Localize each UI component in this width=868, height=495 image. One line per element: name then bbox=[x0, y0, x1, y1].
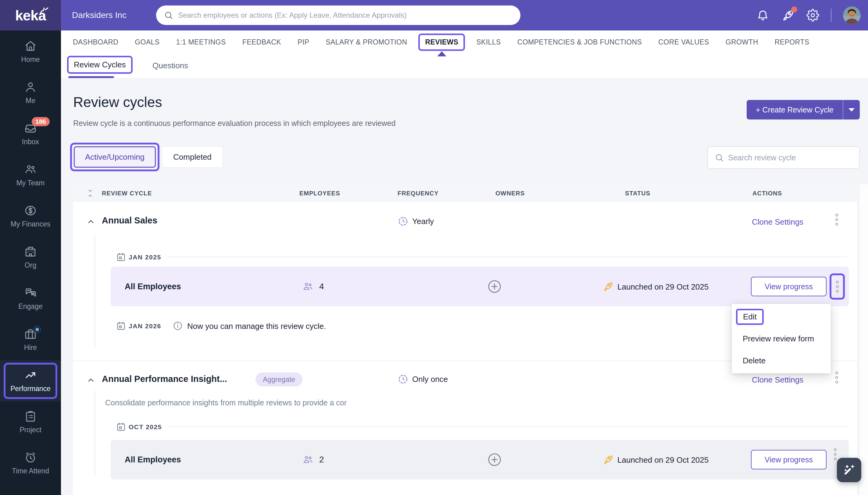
sidebar-item-home[interactable]: Home bbox=[0, 31, 61, 72]
add-owner-icon[interactable] bbox=[488, 453, 501, 467]
review-cycle-row[interactable]: All Employees 4 Launched on 29 Oct 2025 … bbox=[111, 267, 849, 306]
frequency-label: Only once bbox=[412, 375, 448, 384]
toggle-completed[interactable]: Completed bbox=[162, 146, 223, 168]
frequency-cell: Yearly bbox=[397, 216, 434, 227]
tab-dashboard[interactable]: DASHBOARD bbox=[65, 38, 126, 46]
sidebar-item-label: Inbox bbox=[22, 138, 39, 146]
toggle-active-upcoming[interactable]: Active/Upcoming bbox=[74, 146, 156, 168]
review-cycle-search-input[interactable] bbox=[728, 153, 852, 162]
calendar-icon bbox=[116, 422, 126, 432]
review-cycle-search[interactable] bbox=[707, 146, 860, 169]
view-progress-button[interactable]: View progress bbox=[751, 450, 827, 470]
add-owner-icon[interactable] bbox=[488, 279, 501, 293]
sidebar-item-performance[interactable]: Performance bbox=[0, 360, 61, 402]
period-date: OCT 2025 bbox=[129, 423, 162, 431]
main-content: Review cycles Review cycle is a continuo… bbox=[61, 78, 868, 495]
collapse-chevron-icon[interactable] bbox=[87, 217, 95, 226]
row-name: All Employees bbox=[125, 282, 181, 291]
clipboard-icon bbox=[24, 410, 37, 423]
clone-settings-link[interactable]: Clone Settings bbox=[752, 217, 803, 227]
row-kebab-menu-icon[interactable] bbox=[834, 448, 837, 460]
employee-count: 4 bbox=[319, 281, 324, 291]
magic-wand-icon bbox=[842, 463, 856, 477]
edit-annotation-box: Edit bbox=[736, 309, 764, 325]
search-icon bbox=[715, 153, 724, 162]
sidebar-item-time-attend[interactable]: Time Attend bbox=[0, 443, 61, 484]
global-search-input[interactable] bbox=[178, 11, 512, 19]
sidebar-item-my-finances[interactable]: My Finances bbox=[0, 196, 61, 237]
page-description: Review cycle is a continuous performance… bbox=[73, 119, 395, 128]
period-date: JAN 2025 bbox=[129, 254, 161, 261]
status-text: Launched on 29 Oct 2025 bbox=[617, 455, 709, 465]
view-progress-button[interactable]: View progress bbox=[751, 277, 827, 296]
settings-gear-icon[interactable] bbox=[806, 9, 819, 22]
review-cycles-table: REVIEW CYCLE EMPLOYEES FREQUENCY OWNERS … bbox=[73, 184, 857, 495]
active-upcoming-annotation-box: Active/Upcoming bbox=[70, 143, 159, 171]
team-icon bbox=[24, 163, 37, 176]
user-avatar[interactable] bbox=[843, 6, 861, 24]
tab-competencies-job-functions[interactable]: COMPETENCIES & JOB FUNCTIONS bbox=[509, 38, 650, 46]
row-kebab-menu-icon[interactable] bbox=[836, 281, 839, 293]
keka-logo[interactable]: keka bbox=[0, 0, 61, 31]
company-name: Darksiders Inc bbox=[72, 10, 126, 20]
reviews-sub-tab-bar: Review Cycles Questions bbox=[61, 54, 868, 78]
person-icon bbox=[24, 81, 37, 93]
subtab-review-cycles[interactable]: Review Cycles bbox=[67, 56, 133, 74]
group-name[interactable]: Annual Sales bbox=[102, 216, 157, 225]
employees-icon bbox=[302, 281, 314, 292]
page-title: Review cycles bbox=[73, 94, 162, 110]
sidebar-item-label: My Finances bbox=[11, 220, 50, 228]
tab-pip[interactable]: PIP bbox=[289, 38, 317, 46]
group-name[interactable]: Annual Performance Insight... bbox=[102, 374, 227, 384]
col-actions: ACTIONS bbox=[752, 184, 782, 202]
tab-feedback[interactable]: FEEDBACK bbox=[234, 38, 289, 46]
sidebar-item-label: My Team bbox=[16, 179, 45, 187]
tab-skills[interactable]: SKILLS bbox=[468, 38, 509, 46]
tab-core-values[interactable]: CORE VALUES bbox=[650, 38, 717, 46]
edit-label: Edit bbox=[743, 312, 757, 321]
period-divider bbox=[168, 426, 848, 427]
sidebar-item-project[interactable]: Project bbox=[0, 402, 61, 443]
collapse-chevron-icon[interactable] bbox=[87, 376, 95, 385]
reviews-annotation-box: REVIEWS bbox=[418, 34, 465, 51]
employees-icon bbox=[302, 454, 314, 465]
sidebar-item-me[interactable]: Me bbox=[0, 72, 61, 114]
sidebar-item-hire[interactable]: Hire bbox=[0, 319, 61, 360]
magic-wand-button[interactable] bbox=[837, 458, 861, 482]
sidebar-item-org[interactable]: Org bbox=[0, 237, 61, 278]
tab-growth[interactable]: GROWTH bbox=[717, 38, 766, 46]
active-tab-caret-icon bbox=[437, 51, 446, 56]
global-search[interactable] bbox=[156, 5, 521, 25]
notifications-bell-icon[interactable] bbox=[756, 9, 769, 22]
info-icon bbox=[173, 321, 183, 331]
tab-reports[interactable]: REPORTS bbox=[766, 38, 818, 46]
sidebar-item-inbox[interactable]: 186 Inbox bbox=[0, 114, 61, 155]
tab-reviews[interactable]: REVIEWS bbox=[415, 31, 468, 54]
sidebar: keka Home Me 186 Inbox My Team My Financ… bbox=[0, 0, 61, 495]
create-review-cycle-button[interactable]: + Create Review Cycle bbox=[747, 100, 860, 119]
module-tab-bar: DASHBOARD GOALS 1:1 MEETINGS FEEDBACK PI… bbox=[61, 31, 868, 54]
menu-item-edit[interactable]: Edit bbox=[732, 306, 831, 328]
tab-1-1-meetings[interactable]: 1:1 MEETINGS bbox=[168, 38, 234, 46]
collapse-all-icon[interactable] bbox=[86, 189, 95, 198]
announcements-rocket-icon[interactable] bbox=[781, 8, 795, 22]
scrollbar-track[interactable] bbox=[860, 184, 868, 495]
group-kebab-menu-icon[interactable] bbox=[835, 214, 838, 225]
sidebar-item-my-team[interactable]: My Team bbox=[0, 155, 61, 196]
tab-salary-promotion[interactable]: SALARY & PROMOTION bbox=[317, 38, 415, 46]
period-note: Now you can manage this review cycle. bbox=[187, 322, 326, 331]
sidebar-item-engage[interactable]: Engage bbox=[0, 278, 61, 319]
clone-settings-link[interactable]: Clone Settings bbox=[752, 375, 803, 385]
finances-icon bbox=[24, 204, 37, 217]
header-icons bbox=[756, 0, 861, 31]
menu-item-delete[interactable]: Delete bbox=[732, 349, 831, 372]
subtab-questions[interactable]: Questions bbox=[152, 61, 188, 70]
review-cycle-row[interactable]: All Employees 2 Launched on 29 Oct 2025 … bbox=[111, 440, 849, 479]
row-kebab-annotation-box[interactable] bbox=[830, 273, 845, 300]
active-subtab-underline bbox=[68, 76, 114, 78]
tab-goals[interactable]: GOALS bbox=[126, 38, 168, 46]
menu-item-preview-review-form[interactable]: Preview review form bbox=[732, 328, 831, 349]
create-review-cycle-dropdown[interactable] bbox=[843, 100, 860, 119]
group-kebab-menu-icon[interactable] bbox=[835, 372, 838, 383]
table-header: REVIEW CYCLE EMPLOYEES FREQUENCY OWNERS … bbox=[73, 184, 857, 202]
